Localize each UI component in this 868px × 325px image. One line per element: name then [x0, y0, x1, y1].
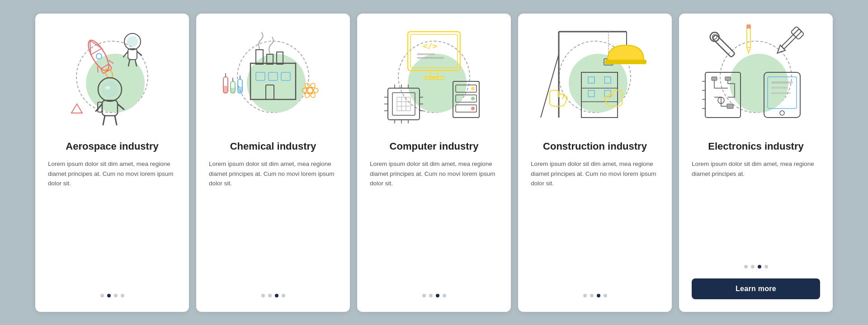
computer-icon: </>	[375, 18, 493, 136]
card-construction-illustration	[518, 14, 672, 140]
svg-rect-26	[267, 54, 273, 64]
card-electronics: Electronics industry Lorem ipsum dolor s…	[679, 14, 833, 312]
svg-marker-117	[747, 47, 750, 53]
svg-rect-29	[269, 72, 278, 80]
dot-2[interactable]	[268, 294, 272, 297]
card-computer-text: Lorem ipsum dolor sit dim amet, mea regi…	[370, 159, 498, 285]
card-electronics-content: Electronics industry Lorem ipsum dolor s…	[679, 140, 833, 299]
dot-4[interactable]	[604, 294, 607, 297]
svg-point-16	[105, 86, 110, 89]
dot-1[interactable]	[261, 294, 265, 297]
svg-rect-102	[712, 77, 717, 80]
card-chemical-text: Lorem ipsum dolor sit dim amet, mea regi…	[209, 159, 337, 285]
svg-rect-28	[256, 72, 265, 80]
svg-point-112	[780, 111, 784, 115]
svg-marker-99	[775, 45, 785, 55]
svg-rect-101	[705, 72, 741, 118]
svg-rect-17	[102, 100, 118, 116]
card-electronics-text: Lorem ipsum dolor sit dim amet, mea regi…	[692, 159, 820, 256]
card-computer-illustration: </>	[357, 14, 511, 140]
svg-point-96	[708, 30, 721, 43]
dot-4[interactable]	[443, 294, 446, 297]
card-aerospace-title: Aerospace industry	[48, 140, 176, 153]
card-chemical-illustration	[196, 14, 350, 140]
dot-1[interactable]	[100, 294, 104, 297]
learn-more-button[interactable]: Learn more	[692, 278, 820, 299]
card-aerospace: Aerospace industry Lorem ipsum dolor sit…	[35, 14, 189, 312]
dot-3[interactable]	[597, 294, 600, 297]
svg-rect-37	[238, 87, 242, 93]
svg-point-76	[471, 87, 475, 90]
card-computer-content: Computer industry Lorem ipsum dolor sit …	[357, 140, 511, 299]
svg-line-11	[137, 52, 142, 55]
svg-point-78	[471, 97, 475, 100]
svg-rect-103	[725, 77, 731, 80]
card-aerospace-dots	[48, 294, 176, 297]
dot-3[interactable]	[114, 294, 118, 297]
aerospace-icon	[53, 18, 171, 136]
svg-point-97	[712, 33, 718, 40]
card-aerospace-content: Aerospace industry Lorem ipsum dolor sit…	[35, 140, 189, 299]
dot-4[interactable]	[282, 294, 285, 297]
svg-rect-46	[410, 34, 458, 68]
svg-point-15	[102, 81, 118, 98]
svg-rect-35	[231, 88, 235, 93]
svg-line-12	[128, 60, 130, 66]
svg-text:</>: </>	[423, 41, 438, 51]
svg-rect-114	[771, 87, 788, 89]
svg-rect-105	[727, 104, 733, 108]
card-electronics-illustration	[679, 14, 833, 140]
svg-line-4	[108, 59, 113, 65]
card-computer-dots	[370, 294, 498, 297]
card-construction-dots	[531, 294, 659, 297]
dot-2[interactable]	[751, 265, 755, 268]
chemical-icon	[214, 18, 332, 136]
svg-point-0	[85, 37, 113, 73]
dot-4[interactable]	[764, 265, 768, 268]
dot-3[interactable]	[275, 294, 278, 297]
svg-rect-92	[588, 77, 594, 83]
svg-rect-90	[588, 90, 594, 97]
svg-rect-48	[417, 53, 435, 55]
dot-2[interactable]	[590, 294, 594, 297]
svg-rect-93	[604, 77, 611, 83]
svg-rect-118	[747, 25, 750, 28]
dot-1[interactable]	[422, 294, 426, 297]
svg-line-21	[103, 116, 105, 125]
svg-rect-95	[712, 34, 735, 57]
cards-container: Aerospace industry Lorem ipsum dolor sit…	[32, 14, 836, 312]
card-computer-title: Computer industry	[370, 140, 498, 153]
dot-3[interactable]	[436, 294, 439, 297]
svg-marker-23	[71, 104, 82, 113]
dot-2[interactable]	[429, 294, 433, 297]
svg-rect-49	[417, 57, 444, 59]
svg-rect-45	[408, 32, 460, 71]
electronics-icon	[697, 18, 815, 136]
svg-rect-53	[392, 93, 415, 115]
card-chemical-title: Chemical industry	[209, 140, 337, 153]
card-computer: </>	[357, 14, 511, 312]
dot-3[interactable]	[758, 265, 761, 268]
svg-rect-115	[771, 92, 791, 94]
dot-1[interactable]	[744, 265, 748, 268]
svg-point-42	[302, 87, 318, 94]
dot-1[interactable]	[583, 294, 587, 297]
card-chemical: Chemical industry Lorem ipsum dolor sit …	[196, 14, 350, 312]
svg-rect-24	[250, 63, 296, 99]
svg-rect-31	[266, 85, 274, 99]
card-electronics-title: Electronics industry	[692, 140, 820, 153]
svg-rect-27	[277, 52, 283, 64]
svg-rect-9	[128, 49, 137, 60]
card-aerospace-illustration	[35, 14, 189, 140]
svg-line-20	[118, 104, 124, 109]
svg-line-22	[115, 116, 117, 125]
svg-rect-33	[223, 86, 228, 93]
svg-rect-94	[605, 60, 646, 64]
svg-point-80	[471, 107, 475, 110]
card-construction-text: Lorem ipsum dolor sit dim amet, mea regi…	[531, 159, 659, 285]
dot-2[interactable]	[107, 294, 111, 297]
svg-rect-113	[771, 81, 793, 84]
svg-rect-30	[281, 72, 290, 80]
card-construction: Construction industry Lorem ipsum dolor …	[518, 14, 672, 312]
dot-4[interactable]	[121, 294, 124, 297]
